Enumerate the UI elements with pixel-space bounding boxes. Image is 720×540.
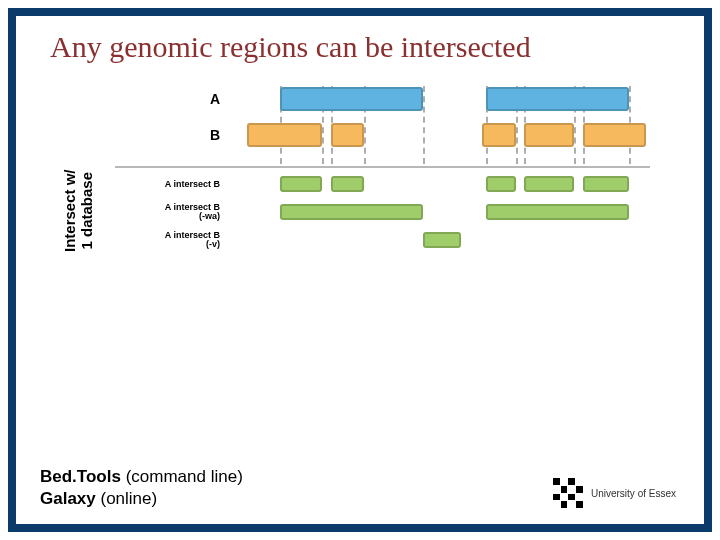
- b-region: [524, 123, 574, 147]
- track-a-label: A: [120, 92, 220, 106]
- track-intersect: A intersect B: [80, 172, 680, 196]
- tool-galaxy-desc: (online): [96, 489, 157, 508]
- track-b-lane: [230, 120, 650, 150]
- track-a-lane: [230, 84, 650, 114]
- result-region: [486, 204, 629, 220]
- footer-tools: Bed.Tools (command line) Galaxy (online): [40, 466, 243, 510]
- track-intersect-lane: [230, 172, 650, 196]
- track-intersect-v: A intersect B (-v): [80, 228, 680, 252]
- b-region: [482, 123, 516, 147]
- result-region: [331, 176, 365, 192]
- intersect-diagram: Intersect w/ 1 database A B: [80, 84, 680, 384]
- track-intersect-wa-lane: [230, 200, 650, 224]
- result-region: [583, 176, 629, 192]
- tool-bedtools-name: Bed.Tools: [40, 467, 121, 486]
- result-region: [280, 176, 322, 192]
- b-region: [583, 123, 646, 147]
- track-b: B: [80, 120, 680, 150]
- divider: [115, 166, 650, 168]
- result-region: [486, 176, 515, 192]
- slide-frame: Any genomic regions can be intersected I…: [8, 8, 712, 532]
- track-intersect-wa: A intersect B (-wa): [80, 200, 680, 224]
- track-b-label: B: [120, 128, 220, 142]
- logo-text: University of Essex: [591, 488, 676, 499]
- track-intersect-v-lane: [230, 228, 650, 252]
- track-intersect-wa-label: A intersect B (-wa): [120, 203, 220, 221]
- b-region: [247, 123, 323, 147]
- slide-title: Any genomic regions can be intersected: [50, 30, 680, 64]
- tool-bedtools: Bed.Tools (command line): [40, 466, 243, 488]
- side-label-line1: Intersect w/: [61, 169, 78, 252]
- track-intersect-label: A intersect B: [120, 180, 220, 189]
- track-a: A: [80, 84, 680, 114]
- university-logo: University of Essex: [553, 478, 676, 508]
- tool-galaxy: Galaxy (online): [40, 488, 243, 510]
- tool-bedtools-desc: (command line): [121, 467, 243, 486]
- result-region: [524, 176, 574, 192]
- logo-mark-icon: [553, 478, 583, 508]
- result-region: [423, 232, 461, 248]
- a-region: [486, 87, 629, 111]
- b-region: [331, 123, 365, 147]
- result-region: [280, 204, 423, 220]
- tool-galaxy-name: Galaxy: [40, 489, 96, 508]
- a-region: [280, 87, 423, 111]
- track-intersect-v-label: A intersect B (-v): [120, 231, 220, 249]
